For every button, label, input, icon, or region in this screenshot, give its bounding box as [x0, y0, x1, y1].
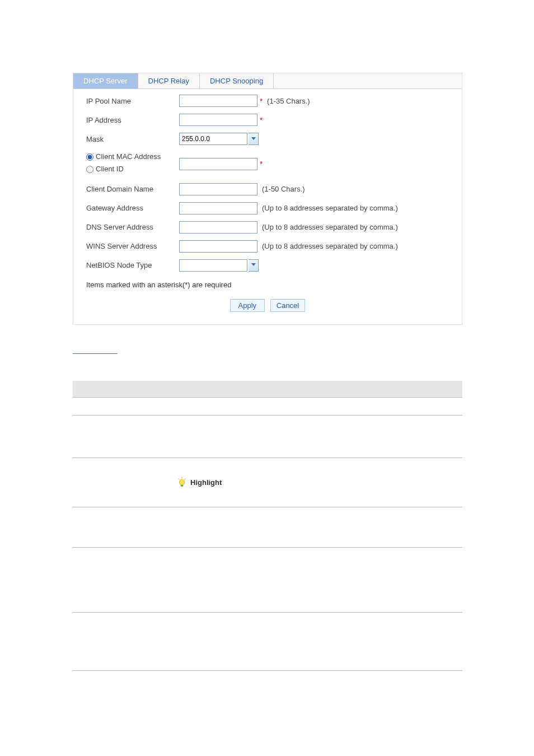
- chevron-down-icon: [251, 137, 256, 141]
- label-ip-address: IP Address: [82, 116, 179, 124]
- desc-header-left: [73, 381, 174, 398]
- label-client-binding: Client MAC Address Client ID: [82, 152, 179, 176]
- client-domain-input[interactable]: [179, 183, 257, 195]
- tab-dhcp-relay[interactable]: DHCP Relay: [138, 73, 200, 88]
- table-cell: [174, 416, 462, 458]
- table-cell: [174, 507, 462, 548]
- tab-dhcp-server[interactable]: DHCP Server: [73, 73, 138, 88]
- chevron-down-icon: [251, 263, 256, 267]
- mask-dropdown-button[interactable]: [249, 133, 259, 145]
- table-row: [73, 507, 174, 548]
- table-row: [73, 548, 174, 613]
- label-ip-pool-name: IP Pool Name: [82, 97, 179, 105]
- ip-address-input[interactable]: [179, 114, 257, 126]
- svg-point-3: [180, 479, 185, 486]
- table-cell: [174, 548, 462, 613]
- label-wins: WINS Server Address: [82, 242, 179, 250]
- dns-input[interactable]: [179, 221, 257, 234]
- radio-client-mac-label: Client MAC Address: [96, 152, 161, 162]
- tabs-filler: [274, 73, 462, 88]
- mask-input[interactable]: [179, 133, 247, 145]
- tabs-bar: DHCP Server DHCP Relay DHCP Snooping: [73, 73, 462, 89]
- label-mask: Mask: [82, 135, 179, 143]
- description-table: Highlight: [73, 381, 462, 671]
- table-row: [73, 613, 174, 671]
- gateway-input[interactable]: [179, 202, 257, 214]
- svg-line-1: [178, 478, 179, 479]
- link-underline[interactable]: [73, 353, 118, 354]
- label-client-domain: Client Domain Name: [82, 185, 179, 193]
- label-dns: DNS Server Address: [82, 223, 179, 231]
- link-placeholder: [73, 347, 534, 358]
- hint-gateway: (Up to 8 addresses separated by comma.): [262, 204, 398, 212]
- table-row: [73, 458, 174, 507]
- ip-pool-name-input[interactable]: [179, 95, 257, 107]
- table-cell: [174, 398, 462, 416]
- netbios-dropdown-button[interactable]: [249, 259, 259, 272]
- radio-client-id[interactable]: [86, 166, 93, 173]
- config-panel: DHCP Server DHCP Relay DHCP Snooping IP …: [73, 73, 462, 325]
- highlight-label: Highlight: [190, 478, 222, 487]
- svg-rect-4: [181, 484, 184, 486]
- required-note: Items marked with an asterisk(*) are req…: [82, 278, 453, 296]
- label-gateway: Gateway Address: [82, 204, 179, 212]
- table-row: [73, 398, 174, 416]
- table-cell-highlight: Highlight: [174, 458, 462, 507]
- tab-dhcp-snooping[interactable]: DHCP Snooping: [200, 73, 274, 88]
- hint-wins: (Up to 8 addresses separated by comma.): [262, 242, 398, 250]
- radio-client-id-label: Client ID: [96, 164, 124, 175]
- form-body: IP Pool Name * (1-35 Chars.) IP Address …: [73, 89, 462, 324]
- label-netbios: NetBIOS Node Type: [82, 261, 179, 269]
- table-row: [73, 416, 174, 458]
- apply-button[interactable]: Apply: [230, 299, 265, 312]
- netbios-input[interactable]: [179, 259, 247, 272]
- asterisk-icon: *: [260, 116, 263, 124]
- hint-dns: (Up to 8 addresses separated by comma.): [262, 223, 398, 231]
- desc-header-right: [174, 381, 462, 398]
- hint-client-domain: (1-50 Chars.): [262, 185, 305, 193]
- wins-input[interactable]: [179, 240, 257, 253]
- hint-ip-pool-name: (1-35 Chars.): [267, 97, 310, 105]
- client-binding-input[interactable]: [179, 158, 257, 170]
- table-cell: [174, 613, 462, 671]
- cancel-button[interactable]: Cancel: [270, 299, 305, 312]
- lightbulb-icon: [177, 477, 187, 489]
- radio-client-mac[interactable]: [86, 153, 93, 161]
- asterisk-icon: *: [260, 97, 263, 105]
- svg-line-2: [185, 478, 186, 479]
- asterisk-icon: *: [260, 160, 263, 168]
